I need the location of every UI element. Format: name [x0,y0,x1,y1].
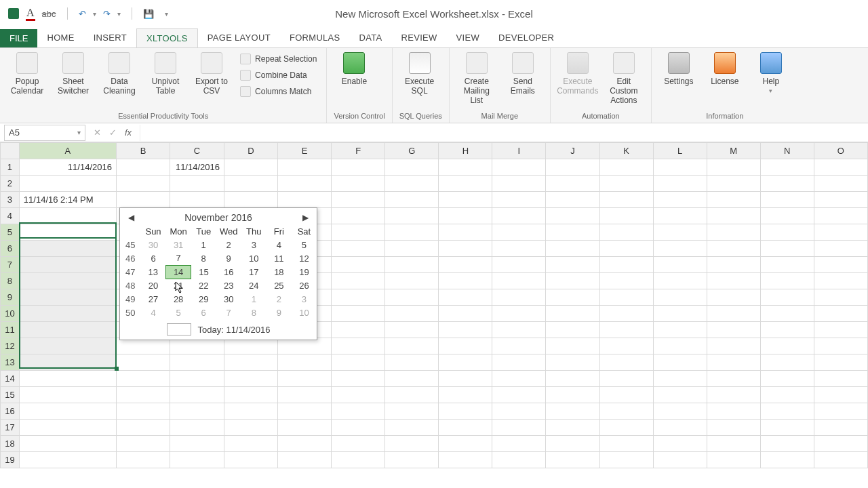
cell-M7[interactable] [707,257,760,273]
cell-I10[interactable] [492,306,546,322]
cell-H6[interactable] [439,241,492,257]
cell-I16[interactable] [492,403,546,420]
cell-K1[interactable] [599,159,653,176]
column-header-B[interactable]: B [116,143,170,159]
cell-M17[interactable] [707,420,760,436]
cell-D12[interactable] [224,338,277,354]
cell-A15[interactable] [19,387,116,403]
cell-L13[interactable] [653,354,707,371]
cell-J10[interactable] [546,306,599,322]
calendar-day[interactable]: 24 [241,279,267,292]
cell-O12[interactable] [814,338,867,354]
cell-M9[interactable] [707,289,760,306]
cell-A16[interactable] [19,403,116,420]
cell-K13[interactable] [599,354,653,371]
cell-F19[interactable] [332,452,385,468]
export-csv-button[interactable]: Export to CSV [191,51,232,96]
cell-K3[interactable] [599,192,653,208]
cell-J11[interactable] [546,322,599,338]
execute-sql-button[interactable]: Execute SQL [399,51,440,96]
popup-calendar[interactable]: ◀ November 2016 ▶ SunMonTueWedThuFriSat4… [119,207,317,340]
calendar-day[interactable]: 6 [141,251,166,265]
cell-I6[interactable] [492,241,546,257]
cell-O10[interactable] [814,306,867,322]
cell-J3[interactable] [546,192,599,208]
tab-page-layout[interactable]: PAGE LAYOUT [198,28,280,47]
row-header-4[interactable]: 4 [1,208,20,224]
cell-F13[interactable] [332,354,385,371]
cell-C12[interactable] [170,338,224,354]
cell-B13[interactable] [116,354,170,371]
row-header-18[interactable]: 18 [1,436,20,452]
cell-A6[interactable] [19,241,116,257]
tab-developer[interactable]: DEVELOPER [489,28,564,47]
tab-data[interactable]: DATA [350,28,392,47]
cell-K8[interactable] [599,273,653,289]
cell-G18[interactable] [385,436,439,452]
cell-N11[interactable] [760,322,814,338]
cell-L15[interactable] [653,387,707,403]
cell-G7[interactable] [385,257,439,273]
cell-F8[interactable] [332,273,385,289]
cell-L18[interactable] [653,436,707,452]
cell-N10[interactable] [760,306,814,322]
cell-J13[interactable] [546,354,599,371]
cell-D17[interactable] [224,420,277,436]
cell-G16[interactable] [385,403,439,420]
cell-D2[interactable] [224,176,277,192]
cell-O11[interactable] [814,322,867,338]
cell-O14[interactable] [814,371,867,387]
calendar-day[interactable]: 19 [292,265,317,279]
cell-N3[interactable] [760,192,814,208]
cell-K6[interactable] [599,241,653,257]
cell-K14[interactable] [599,371,653,387]
cell-E16[interactable] [278,403,332,420]
cell-F6[interactable] [332,241,385,257]
row-header-15[interactable]: 15 [1,387,20,403]
cell-F17[interactable] [332,420,385,436]
cell-L16[interactable] [653,403,707,420]
cell-G14[interactable] [385,371,439,387]
columns-match-button[interactable]: Columns Match [237,85,319,98]
calendar-day[interactable]: 2 [216,238,241,251]
cell-D13[interactable] [224,354,277,371]
calendar-day[interactable]: 7 [216,306,241,319]
cell-J1[interactable] [546,159,599,176]
cell-N6[interactable] [760,241,814,257]
cell-B17[interactable] [116,420,170,436]
cell-B3[interactable] [116,192,170,208]
cell-K10[interactable] [599,306,653,322]
cell-H12[interactable] [439,338,492,354]
calendar-day[interactable]: 5 [166,306,191,319]
cell-A5[interactable] [19,224,116,241]
cell-M4[interactable] [707,208,760,224]
cell-J19[interactable] [546,452,599,468]
cell-M15[interactable] [707,387,760,403]
cell-J18[interactable] [546,436,599,452]
cell-E18[interactable] [278,436,332,452]
calendar-day[interactable]: 3 [292,292,317,306]
cell-C18[interactable] [170,436,224,452]
undo-button[interactable]: ↶ [79,9,86,19]
cell-G11[interactable] [385,322,439,338]
cell-J2[interactable] [546,176,599,192]
calendar-next-month[interactable]: ▶ [300,213,311,222]
cell-M12[interactable] [707,338,760,354]
tab-home[interactable]: HOME [37,28,83,47]
cell-I5[interactable] [492,224,546,241]
unpivot-table-button[interactable]: Unpivot Table [145,51,186,96]
cell-F2[interactable] [332,176,385,192]
cell-J15[interactable] [546,387,599,403]
calendar-day[interactable]: 4 [267,238,292,251]
cell-I14[interactable] [492,371,546,387]
formula-enter-icon[interactable]: ✓ [109,127,117,138]
column-header-G[interactable]: G [385,143,439,159]
row-header-19[interactable]: 19 [1,452,20,468]
fx-icon[interactable]: fx [125,127,132,138]
cell-D14[interactable] [224,371,277,387]
cell-N5[interactable] [760,224,814,241]
cell-J7[interactable] [546,257,599,273]
cell-H13[interactable] [439,354,492,371]
cell-O2[interactable] [814,176,867,192]
cell-J4[interactable] [546,208,599,224]
